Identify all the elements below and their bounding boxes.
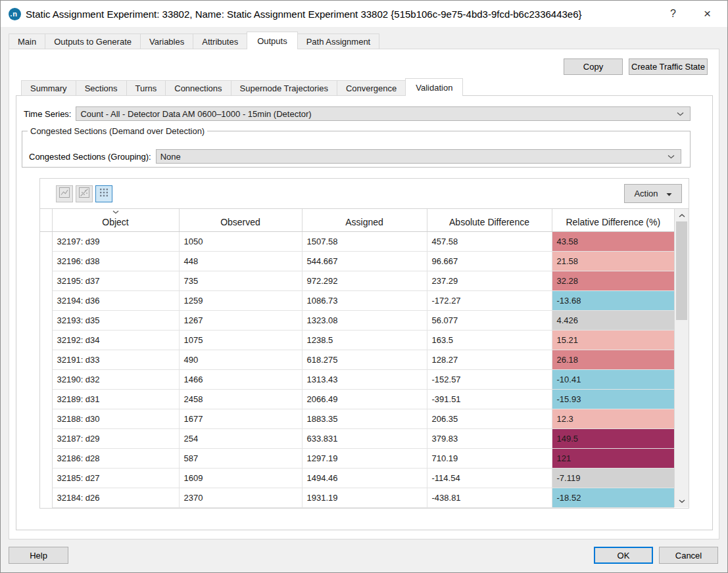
tab-outputs-to-generate[interactable]: Outputs to Generate: [45, 34, 141, 49]
cell-absolute-difference[interactable]: 379.83: [427, 428, 552, 448]
table-row[interactable]: 32194: d36 1259 1086.73 -172.27 -13.68: [40, 290, 674, 310]
cell-object[interactable]: 32191: d33: [52, 350, 179, 369]
cell-assigned[interactable]: 972.292: [302, 271, 427, 290]
cell-object[interactable]: 32197: d39: [52, 231, 179, 251]
cell-relative-difference[interactable]: -7.119: [552, 468, 674, 488]
create-traffic-state-button[interactable]: Create Traffic State: [629, 58, 708, 75]
cell-object[interactable]: 32195: d37: [52, 271, 179, 290]
cell-absolute-difference[interactable]: 163.5: [427, 330, 552, 350]
cell-relative-difference[interactable]: -10.41: [552, 369, 674, 389]
cell-assigned[interactable]: 2066.49: [302, 389, 427, 409]
cell-relative-difference[interactable]: -15.93: [552, 389, 674, 409]
cell-absolute-difference[interactable]: 710.19: [427, 448, 552, 468]
table-row[interactable]: 32190: d32 1466 1313.43 -152.57 -10.41: [40, 369, 674, 389]
cell-assigned[interactable]: 1086.73: [302, 290, 427, 310]
cell-relative-difference[interactable]: 26.18: [552, 350, 674, 369]
cell-relative-difference[interactable]: 12.3: [552, 409, 674, 428]
cell-observed[interactable]: 1609: [179, 468, 302, 488]
copy-button[interactable]: Copy: [564, 58, 623, 75]
ok-button[interactable]: OK: [594, 547, 653, 564]
cell-observed[interactable]: 1466: [179, 369, 302, 389]
close-button[interactable]: ×: [692, 1, 722, 27]
cell-assigned[interactable]: 1931.19: [302, 488, 427, 507]
vertical-scrollbar[interactable]: [674, 209, 689, 507]
cell-observed[interactable]: 735: [179, 271, 302, 290]
table-row[interactable]: 32195: d37 735 972.292 237.29 32.28: [40, 271, 674, 290]
cell-assigned[interactable]: 1297.19: [302, 448, 427, 468]
cell-relative-difference[interactable]: 43.58: [552, 231, 674, 251]
tab-connections[interactable]: Connections: [165, 80, 231, 96]
table-row[interactable]: 32184: d26 2370 1931.19 -438.81 -18.52: [40, 488, 674, 507]
cell-observed[interactable]: 448: [179, 251, 302, 271]
cell-object[interactable]: 32184: d26: [52, 488, 179, 507]
tab-path-assignment[interactable]: Path Assignment: [297, 34, 380, 49]
cell-assigned[interactable]: 633.831: [302, 428, 427, 448]
cell-object[interactable]: 32193: d35: [52, 310, 179, 330]
column-header-relative-difference[interactable]: Relative Difference (%): [552, 209, 674, 231]
cell-object[interactable]: 32186: d28: [52, 448, 179, 468]
cell-assigned[interactable]: 1313.43: [302, 369, 427, 389]
cell-observed[interactable]: 1075: [179, 330, 302, 350]
cell-absolute-difference[interactable]: -152.57: [427, 369, 552, 389]
cell-absolute-difference[interactable]: -438.81: [427, 488, 552, 507]
cell-object[interactable]: 32194: d36: [52, 290, 179, 310]
cell-absolute-difference[interactable]: 457.58: [427, 231, 552, 251]
line-chart-view-button[interactable]: [56, 185, 73, 202]
table-row[interactable]: 32193: d35 1267 1323.08 56.077 4.426: [40, 310, 674, 330]
cell-object[interactable]: 32192: d34: [52, 330, 179, 350]
tab-convergence[interactable]: Convergence: [337, 80, 406, 96]
tab-attributes[interactable]: Attributes: [193, 34, 247, 49]
column-header-assigned[interactable]: Assigned: [302, 209, 427, 231]
column-header-observed[interactable]: Observed: [179, 209, 302, 231]
tab-validation[interactable]: Validation: [405, 78, 463, 96]
cell-absolute-difference[interactable]: 206.35: [427, 409, 552, 428]
grouping-dropdown[interactable]: None: [156, 149, 681, 164]
cell-observed[interactable]: 1259: [179, 290, 302, 310]
cell-observed[interactable]: 490: [179, 350, 302, 369]
scrollbar-thumb[interactable]: [676, 221, 687, 320]
column-header-absolute-difference[interactable]: Absolute Difference: [427, 209, 552, 231]
tab-outputs[interactable]: Outputs: [247, 32, 298, 49]
cell-assigned[interactable]: 1494.46: [302, 468, 427, 488]
cell-relative-difference[interactable]: 4.426: [552, 310, 674, 330]
help-button[interactable]: Help: [9, 547, 68, 564]
cell-observed[interactable]: 1267: [179, 310, 302, 330]
table-row[interactable]: 32188: d30 1677 1883.35 206.35 12.3: [40, 409, 674, 428]
tab-main[interactable]: Main: [9, 34, 45, 49]
cell-observed[interactable]: 254: [179, 428, 302, 448]
cell-assigned[interactable]: 618.275: [302, 350, 427, 369]
cell-observed[interactable]: 1050: [179, 231, 302, 251]
table-row[interactable]: 32189: d31 2458 2066.49 -391.51 -15.93: [40, 389, 674, 409]
cell-absolute-difference[interactable]: 128.27: [427, 350, 552, 369]
cell-absolute-difference[interactable]: 96.667: [427, 251, 552, 271]
cell-assigned[interactable]: 544.667: [302, 251, 427, 271]
table-row[interactable]: 32187: d29 254 633.831 379.83 149.5: [40, 428, 674, 448]
cell-absolute-difference[interactable]: -114.54: [427, 468, 552, 488]
cell-observed[interactable]: 1677: [179, 409, 302, 428]
cell-observed[interactable]: 2458: [179, 389, 302, 409]
help-titlebar-button[interactable]: ?: [658, 1, 688, 27]
cell-relative-difference[interactable]: 15.21: [552, 330, 674, 350]
cell-absolute-difference[interactable]: -391.51: [427, 389, 552, 409]
tab-sections[interactable]: Sections: [76, 80, 127, 96]
scatter-plot-view-button[interactable]: [76, 185, 93, 202]
time-series-dropdown[interactable]: Count - All - Detector Data AM 0600–1000…: [76, 106, 691, 121]
tab-turns[interactable]: Turns: [126, 80, 166, 96]
table-row[interactable]: 32197: d39 1050 1507.58 457.58 43.58: [40, 231, 674, 251]
cell-relative-difference[interactable]: 21.58: [552, 251, 674, 271]
tab-supernode-trajectories[interactable]: Supernode Trajectories: [231, 80, 337, 96]
cell-assigned[interactable]: 1883.35: [302, 409, 427, 428]
cell-observed[interactable]: 587: [179, 448, 302, 468]
cell-relative-difference[interactable]: 149.5: [552, 428, 674, 448]
cell-assigned[interactable]: 1507.58: [302, 231, 427, 251]
tab-summary[interactable]: Summary: [21, 80, 76, 96]
cell-relative-difference[interactable]: -18.52: [552, 488, 674, 507]
cell-absolute-difference[interactable]: 56.077: [427, 310, 552, 330]
scroll-down-button[interactable]: [675, 495, 689, 507]
cell-absolute-difference[interactable]: -172.27: [427, 290, 552, 310]
cell-assigned[interactable]: 1323.08: [302, 310, 427, 330]
column-header-object[interactable]: Object: [52, 209, 179, 231]
table-row[interactable]: 32185: d27 1609 1494.46 -114.54 -7.119: [40, 468, 674, 488]
cell-object[interactable]: 32189: d31: [52, 389, 179, 409]
table-row[interactable]: 32196: d38 448 544.667 96.667 21.58: [40, 251, 674, 271]
